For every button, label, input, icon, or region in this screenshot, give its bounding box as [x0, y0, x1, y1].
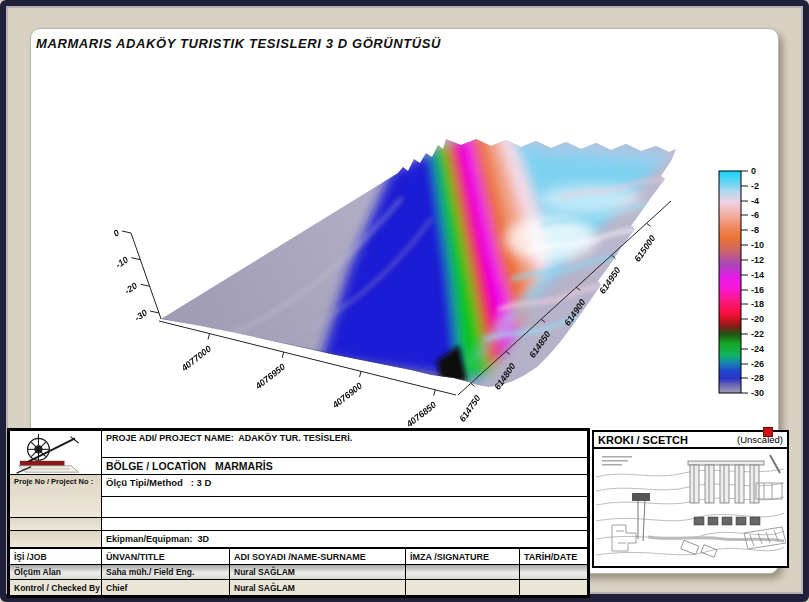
row1-name: Nural SAĞLAM	[234, 567, 295, 577]
svg-text:-30: -30	[751, 388, 764, 398]
location-cell: BÖLGE / LOCATİON MARMARİS	[102, 458, 587, 475]
col-header-date: TARİH/DATE	[520, 547, 587, 565]
row2-name-cell: Nural SAĞLAM	[230, 580, 406, 595]
svg-text:-24: -24	[751, 344, 764, 354]
method-label: Ölçü Tipi/Method	[106, 477, 183, 488]
red-corner-mark	[763, 427, 773, 437]
col-header-signature: İMZA /SIGNATURE	[406, 547, 520, 565]
project-no-label: Proje No / Project No :	[14, 477, 93, 486]
empty-right-cell-1	[102, 497, 587, 518]
svg-text:-20: -20	[751, 314, 764, 324]
svg-text:-20: -20	[123, 280, 139, 296]
svg-text:615000: 615000	[632, 233, 657, 263]
row2-title: Chief	[106, 583, 127, 593]
col-header-title-text: ÜNVAN/TITLE	[106, 552, 165, 562]
row1-date-cell	[520, 565, 587, 580]
svg-text:-16: -16	[751, 285, 764, 295]
svg-text:-26: -26	[751, 359, 764, 369]
row1-signature-cell	[406, 565, 520, 580]
col-header-title: ÜNVAN/TITLE	[102, 547, 230, 565]
row2-job-cell: Kontrol / Checked By	[10, 580, 102, 595]
svg-text:-2: -2	[751, 181, 759, 191]
location-label: BÖLGE / LOCATİON	[106, 460, 206, 472]
svg-text:4076900: 4076900	[330, 381, 365, 411]
svg-text:614750: 614750	[457, 393, 482, 423]
colorbar-labels: 0 -2 -4 -6 -8 -10 -12 -14 -16 -18 -20 -2…	[751, 166, 764, 398]
empty-left-cell-1	[10, 518, 102, 531]
row1-title: Saha müh./ Field Eng.	[106, 567, 194, 577]
empty-right-cell-2	[102, 518, 587, 531]
kroki-panel: KROKI / SCETCH (Unscaled)	[592, 430, 789, 568]
location-value: MARMARİS	[215, 460, 273, 472]
empty-left-cell-2	[10, 531, 102, 547]
project-value: ADAKÖY TUR. TESİSLERİ.	[238, 433, 352, 443]
method-value: : 3 D	[191, 477, 212, 488]
method-cell: Ölçü Tipi/Method : 3 D	[102, 475, 587, 497]
svg-text:4076950: 4076950	[253, 362, 288, 392]
svg-text:-8: -8	[751, 225, 759, 235]
svg-text:0: 0	[111, 227, 121, 238]
svg-text:0: 0	[751, 166, 756, 176]
svg-text:-10: -10	[751, 240, 764, 250]
svg-text:-30: -30	[133, 307, 149, 323]
z-axis	[122, 231, 161, 319]
kroki-header: KROKI / SCETCH (Unscaled)	[594, 432, 787, 449]
row2-title-cell: Chief	[102, 580, 230, 595]
svg-text:-22: -22	[751, 329, 764, 339]
row1-name-cell: Nural SAĞLAM	[230, 565, 406, 580]
equipment-cell: Ekipman/Equipman: 3D	[102, 531, 587, 547]
project-label: PROJE ADI/ PROJECT NAME:	[106, 433, 234, 443]
row2-date-cell	[520, 580, 587, 595]
svg-text:-14: -14	[751, 270, 764, 280]
col-header-job: İŞİ /JOB	[14, 552, 47, 562]
row1-job-cell: Ölçüm Alan	[10, 565, 102, 580]
row2-job: Kontrol / Checked By	[14, 583, 100, 593]
col-header-signature-text: İMZA /SIGNATURE	[410, 552, 489, 562]
svg-text:-12: -12	[751, 255, 764, 265]
row2-signature-cell	[406, 580, 520, 595]
surface-mesh	[121, 109, 701, 409]
svg-text:4076850: 4076850	[404, 400, 439, 430]
svg-text:4077000: 4077000	[179, 344, 214, 374]
row1-title-cell: Saha müh./ Field Eng.	[102, 565, 230, 580]
svg-text:-18: -18	[751, 299, 764, 309]
svg-text:-6: -6	[751, 210, 759, 220]
project-name-cell: PROJE ADI/ PROJECT NAME: ADAKÖY TUR. TES…	[102, 431, 587, 458]
project-no-cell: Proje No / Project No :	[10, 475, 102, 518]
logo-cell	[10, 431, 102, 475]
titleblock-table: Proje No / Project No : İŞİ /JOB Ölçüm A…	[7, 428, 590, 598]
svg-text:-10: -10	[114, 254, 130, 270]
svg-text:-28: -28	[751, 373, 764, 383]
kroki-unscaled-note: (Unscaled)	[737, 434, 783, 445]
colorbar: 0 -2 -4 -6 -8 -10 -12 -14 -16 -18 -20 -2…	[719, 166, 764, 398]
equipment-value: 3D	[198, 534, 210, 544]
equipment-label: Ekipman/Equipman:	[106, 534, 193, 544]
z-axis-labels: 0 -10 -20 -30	[111, 227, 149, 323]
kroki-sketch	[594, 449, 786, 564]
row2-name: Nural SAĞLAM	[234, 583, 295, 593]
col-header-name: ADI SOYADI /NAME-SURNAME	[230, 547, 406, 565]
svg-text:-4: -4	[751, 196, 759, 206]
row1-job: Ölçüm Alan	[14, 567, 61, 577]
kroki-title: KROKI / SCETCH	[598, 434, 688, 446]
job-header-cell: İŞİ /JOB	[10, 547, 102, 565]
col-header-name-text: ADI SOYADI /NAME-SURNAME	[234, 552, 366, 562]
company-logo	[11, 432, 97, 474]
col-header-date-text: TARİH/DATE	[524, 552, 577, 562]
